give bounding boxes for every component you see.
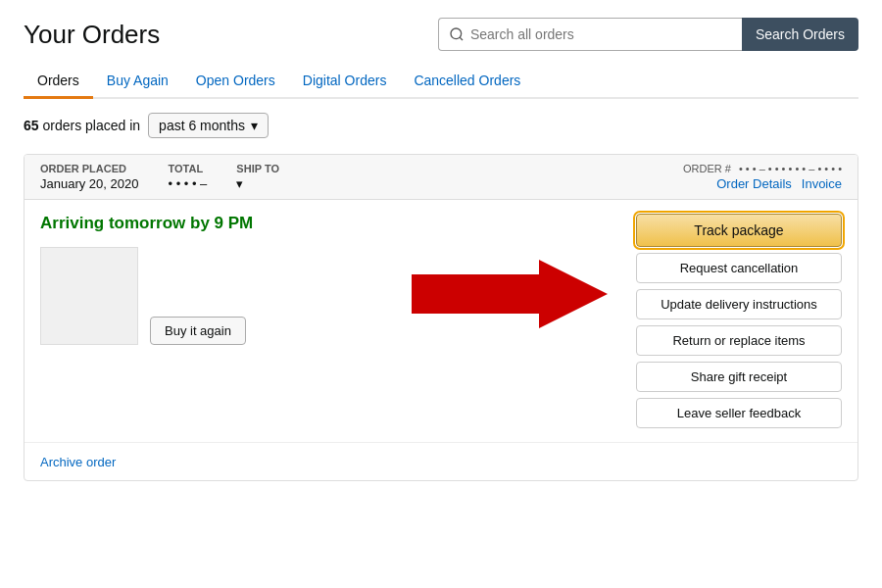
time-filter-dropdown[interactable]: past 6 months ▾ — [148, 113, 269, 138]
ship-to-dropdown-icon[interactable]: ▾ — [236, 176, 243, 191]
order-total-value: • • • • – — [168, 176, 207, 191]
order-ship-value: ▾ — [236, 176, 279, 191]
archive-order-link[interactable]: Archive order — [40, 455, 116, 469]
search-input-wrapper — [438, 18, 742, 51]
product-image — [40, 247, 138, 345]
buy-again-button[interactable]: Buy it again — [150, 317, 246, 345]
return-replace-button[interactable]: Return or replace items — [636, 325, 842, 356]
orders-count-label: 65 orders placed in — [24, 118, 140, 133]
tab-orders[interactable]: Orders — [24, 65, 93, 99]
chevron-down-icon: ▾ — [251, 118, 258, 133]
order-placed-label: ORDER PLACED — [40, 163, 138, 174]
order-number-label: ORDER # — [683, 163, 731, 174]
tab-digital-orders[interactable]: Digital Orders — [289, 65, 401, 99]
order-links: Order Details Invoice — [716, 176, 842, 191]
filter-row: 65 orders placed in past 6 months ▾ — [24, 113, 858, 138]
order-total-label: TOTAL — [168, 163, 207, 174]
order-left: Arriving tomorrow by 9 PM Buy it again — [40, 214, 616, 345]
order-details-link[interactable]: Order Details — [716, 176, 792, 191]
order-number-value: • • • – • • • • • • – • • • • — [739, 163, 842, 174]
search-orders-button[interactable]: Search Orders — [742, 18, 858, 51]
nav-tabs: Orders Buy Again Open Orders Digital Ord… — [24, 65, 858, 99]
arriving-status: Arriving tomorrow by 9 PM — [40, 214, 616, 233]
order-ship-col: SHIP TO ▾ — [236, 163, 279, 191]
page-title: Your Orders — [24, 20, 160, 50]
order-body: Arriving tomorrow by 9 PM Buy it again T… — [24, 200, 858, 442]
order-number-row: ORDER # • • • – • • • • • • – • • • • — [683, 163, 842, 174]
invoice-link[interactable]: Invoice — [802, 176, 842, 191]
tab-buy-again[interactable]: Buy Again — [93, 65, 182, 99]
order-header: ORDER PLACED January 20, 2020 TOTAL • • … — [24, 155, 858, 200]
search-input[interactable] — [470, 26, 732, 42]
search-bar: Search Orders — [438, 18, 858, 51]
leave-feedback-button[interactable]: Leave seller feedback — [636, 398, 842, 428]
track-package-button[interactable]: Track package — [636, 214, 842, 247]
filter-label: past 6 months — [159, 118, 245, 133]
orders-count: 65 — [24, 118, 39, 133]
order-actions: Track package Request cancellation Updat… — [636, 214, 842, 428]
update-delivery-button[interactable]: Update delivery instructions — [636, 289, 842, 319]
svg-point-0 — [451, 28, 462, 39]
order-card: ORDER PLACED January 20, 2020 TOTAL • • … — [24, 154, 858, 481]
order-total-col: TOTAL • • • • – — [168, 163, 207, 191]
tab-cancelled-orders[interactable]: Cancelled Orders — [400, 65, 534, 99]
order-ship-label: SHIP TO — [236, 163, 279, 174]
order-placed-value: January 20, 2020 — [40, 176, 138, 191]
share-gift-receipt-button[interactable]: Share gift receipt — [636, 362, 842, 392]
order-header-right: ORDER # • • • – • • • • • • – • • • • Or… — [683, 163, 842, 191]
search-icon — [449, 26, 465, 42]
tab-open-orders[interactable]: Open Orders — [182, 65, 289, 99]
order-placed-col: ORDER PLACED January 20, 2020 — [40, 163, 138, 191]
request-cancellation-button[interactable]: Request cancellation — [636, 253, 842, 283]
orders-placed-text: orders placed in — [42, 118, 140, 133]
archive-row: Archive order — [24, 442, 858, 480]
svg-line-1 — [460, 37, 463, 40]
